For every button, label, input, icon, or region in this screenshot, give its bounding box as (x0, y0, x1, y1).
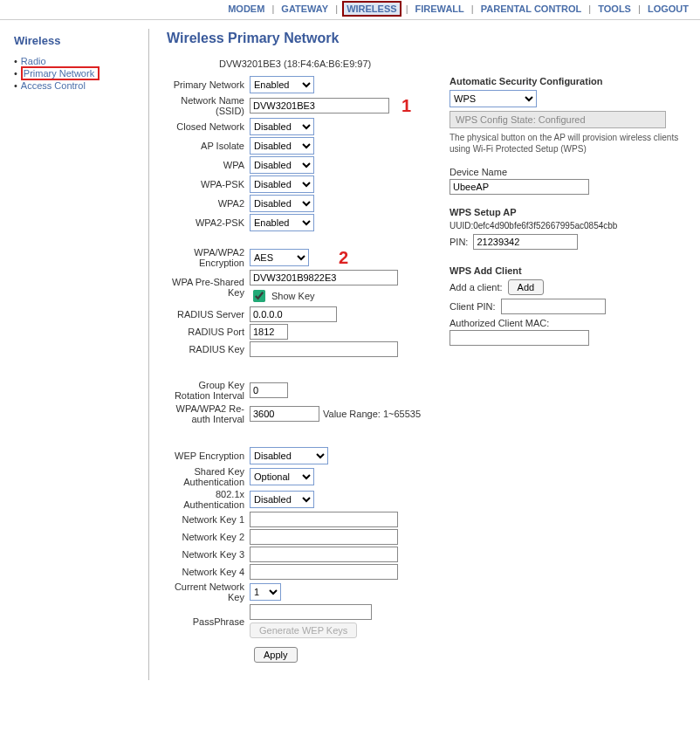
label-wps-pin: PIN: (450, 237, 468, 247)
wps-config-state: WPS Config State: Configured (450, 111, 666, 128)
button-apply[interactable]: Apply (254, 647, 298, 663)
select-wpa[interactable]: Disabled (250, 156, 314, 174)
input-nk4[interactable] (250, 564, 398, 580)
label-ap-isolate: AP Isolate (167, 141, 250, 151)
button-add-client[interactable]: Add (508, 279, 545, 295)
label-psk: WPA Pre-Shared Key (167, 277, 250, 298)
label-wpa2: WPA2 (167, 198, 250, 209)
sidebar-item-primary-network[interactable]: Primary Network (21, 66, 100, 80)
input-ssid[interactable] (250, 98, 389, 113)
select-wep[interactable]: Disabled (250, 447, 328, 464)
top-nav: MODEM | GATEWAY | WIRELESS | FIREWALL | … (0, 0, 700, 20)
label-nk4: Network Key 4 (167, 567, 250, 577)
input-group-key[interactable] (250, 382, 288, 398)
nav-firewall[interactable]: FIREWALL (413, 3, 467, 15)
input-radius-key[interactable] (250, 341, 398, 357)
input-auth-client-mac[interactable] (450, 330, 589, 346)
sidebar-title: Wireless (14, 34, 140, 47)
input-device-name[interactable] (450, 179, 589, 195)
annotation-1: 1 (401, 96, 411, 116)
input-client-pin[interactable] (501, 299, 606, 314)
select-wpa2-psk[interactable]: Enabled (250, 214, 314, 231)
sidebar: Wireless Radio Primary Network Access Co… (0, 29, 148, 680)
input-nk3[interactable] (250, 547, 398, 562)
input-passphrase[interactable] (250, 604, 372, 620)
input-nk2[interactable] (250, 529, 398, 545)
select-ap-isolate[interactable]: Disabled (250, 137, 314, 155)
nav-gateway[interactable]: GATEWAY (278, 3, 331, 15)
nav-logout[interactable]: LOGOUT (645, 3, 691, 15)
label-ssid: Network Name (SSID) (167, 95, 250, 116)
checkbox-show-key[interactable] (253, 290, 265, 302)
input-reauth[interactable] (250, 406, 319, 422)
label-show-key: Show Key (271, 291, 315, 301)
device-mac-line: DVW3201BE3 (18:F4:6A:B6:E9:97) (219, 58, 691, 69)
label-wpa2-psk: WPA2-PSK (167, 217, 250, 228)
wps-uuid: UUID:0efc4d90bfe6f3f52667995ac0854cbb (450, 221, 685, 230)
nav-parental-control[interactable]: PARENTAL CONTROL (478, 3, 585, 15)
label-radius-port: RADIUS Port (167, 327, 250, 337)
heading-auto-security: Automatic Security Configuration (450, 76, 685, 86)
vertical-divider (148, 29, 149, 680)
label-wep: WEP Encryption (167, 451, 250, 461)
input-radius-port[interactable] (250, 324, 288, 340)
label-wpa: WPA (167, 160, 250, 170)
label-primary-network: Primary Network (167, 79, 250, 90)
input-wps-pin[interactable] (473, 234, 578, 250)
label-radius-server: RADIUS Server (167, 309, 250, 320)
label-wpa-psk: WPA-PSK (167, 179, 250, 189)
nav-sep: | (270, 3, 276, 14)
input-radius-server[interactable] (250, 306, 337, 322)
settings-column-left: Primary Network Enabled Network Name (SS… (167, 74, 429, 663)
nav-wireless[interactable]: WIRELESS (342, 1, 401, 17)
input-psk[interactable] (250, 270, 398, 285)
nav-tools[interactable]: TOOLS (595, 3, 634, 15)
select-current-key[interactable]: 1 (250, 583, 281, 601)
hint-reauth-range: Value Range: 1~65535 (323, 409, 421, 419)
button-generate-wep[interactable]: Generate WEP Keys (250, 623, 357, 638)
label-nk3: Network Key 3 (167, 549, 250, 560)
heading-wps-setup: WPS Setup AP (450, 207, 685, 217)
select-primary-network[interactable]: Enabled (250, 76, 314, 93)
annotation-2: 2 (339, 248, 348, 268)
select-wpa2[interactable]: Disabled (250, 195, 314, 212)
input-nk1[interactable] (250, 512, 398, 527)
select-encryption[interactable]: AES (250, 249, 309, 266)
select-closed-network[interactable]: Disabled (250, 118, 314, 135)
label-passphrase: PassPhrase (167, 616, 250, 627)
label-auth-client-mac: Authorized Client MAC: (450, 318, 685, 328)
label-group-key: Group Key Rotation Interval (167, 380, 250, 401)
select-wpa-psk[interactable]: Disabled (250, 175, 314, 193)
nav-modem[interactable]: MODEM (225, 3, 267, 15)
label-nk2: Network Key 2 (167, 532, 250, 542)
label-device-name: Device Name (450, 167, 685, 177)
select-shared-key-auth[interactable]: Optional (250, 468, 314, 485)
heading-wps-add-client: WPS Add Client (450, 265, 685, 276)
label-nk1: Network Key 1 (167, 514, 250, 525)
select-auto-security[interactable]: WPS (450, 90, 537, 107)
settings-column-right: Automatic Security Configuration WPS WPS… (450, 74, 685, 346)
label-closed-network: Closed Network (167, 121, 250, 132)
label-shared-key-auth: Shared Key Authentication (167, 466, 250, 487)
label-dot1x: 802.1x Authentication (167, 489, 250, 510)
label-encryption: WPA/WPA2 Encryption (167, 247, 250, 268)
sidebar-item-radio[interactable]: Radio (21, 56, 46, 66)
label-add-client: Add a client: (450, 282, 503, 292)
label-client-pin: Client PIN: (450, 301, 496, 312)
label-reauth: WPA/WPA2 Re-auth Interval (167, 403, 250, 424)
wps-note: The physical button on the AP will provi… (450, 132, 685, 155)
label-current-key: Current Network Key (167, 581, 250, 602)
sidebar-item-access-control[interactable]: Access Control (21, 80, 86, 91)
page-title: Wireless Primary Network (167, 31, 691, 46)
select-dot1x[interactable]: Disabled (250, 491, 314, 508)
label-radius-key: RADIUS Key (167, 344, 250, 354)
